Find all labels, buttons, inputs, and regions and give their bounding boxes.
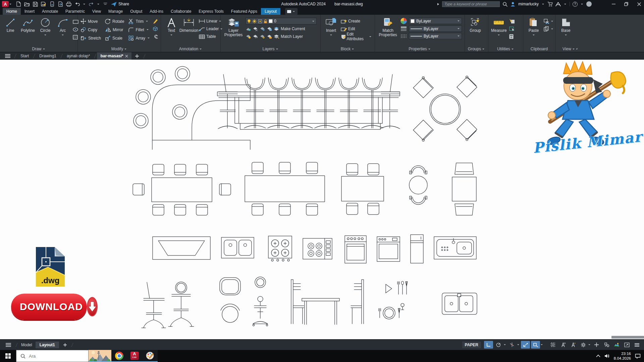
quick-calc-button[interactable] <box>509 33 515 40</box>
panel-clipboard-label[interactable]: Clipboard <box>523 47 555 51</box>
help-caret-icon[interactable] <box>581 4 583 6</box>
cad-block-armchair-plan[interactable] <box>220 278 240 322</box>
trim-button[interactable]: Trim <box>128 18 150 25</box>
array-button[interactable]: Array <box>128 35 150 42</box>
copy-button[interactable]: Copy <box>80 26 101 33</box>
file-tab-bar-masasi[interactable]: bar-masasi* <box>97 52 131 60</box>
cad-block-dishwasher-front[interactable] <box>377 237 400 261</box>
color-wheel-icon[interactable] <box>400 17 407 24</box>
taskbar-autocad-button[interactable]: ACAD <box>127 350 142 362</box>
new-tab-plus-icon[interactable] <box>135 54 139 58</box>
layout1-tab[interactable]: Layout1 <box>36 342 59 348</box>
panel-groups-label[interactable]: Groups <box>465 47 488 51</box>
user-caret-icon[interactable] <box>542 4 544 6</box>
text-button[interactable]: Text <box>164 17 179 37</box>
layer-isolate-icon[interactable] <box>258 19 262 23</box>
dynamic-input-caret-icon[interactable] <box>541 344 543 346</box>
cad-block-square-table-2-chairs[interactable] <box>452 163 476 215</box>
measure-button[interactable]: Measure <box>491 17 507 37</box>
open-file-button[interactable] <box>24 1 30 7</box>
tab-featured-apps[interactable]: Featured Apps <box>227 8 261 15</box>
circle-button[interactable]: Circle <box>38 17 53 37</box>
search-collapse-icon[interactable] <box>437 3 439 6</box>
layer-properties-button[interactable]: Layer Properties <box>223 17 244 37</box>
linetype-dropdown[interactable]: ByLayer <box>409 33 462 39</box>
taskbar-search-input[interactable] <box>29 354 72 359</box>
linetype-icon[interactable] <box>400 34 407 39</box>
start-button[interactable] <box>0 350 16 362</box>
help-button[interactable]: ? <box>573 2 578 7</box>
layer-snowflake-icon[interactable] <box>260 26 265 31</box>
layer-dropdown[interactable]: 0 <box>246 18 317 24</box>
osnap-tracking-toggle[interactable] <box>521 341 530 349</box>
layer-dropdown-caret-icon[interactable] <box>312 21 314 23</box>
tab-express-tools[interactable]: Express Tools <box>195 8 227 15</box>
paste-button[interactable]: Paste <box>526 17 541 37</box>
tab-home[interactable]: Home <box>3 8 21 15</box>
erase-button[interactable] <box>152 18 158 24</box>
layer-unlock-icon[interactable] <box>264 19 267 23</box>
layer-lock2-icon[interactable] <box>267 34 272 39</box>
cad-block-table-6-chairs[interactable] <box>245 162 325 215</box>
new-file-button[interactable] <box>15 1 21 7</box>
layer-color-swatch[interactable] <box>269 19 273 23</box>
base-button[interactable]: Base <box>558 17 574 37</box>
cad-block-hood-counter[interactable] <box>153 237 210 259</box>
stretch-button[interactable]: Stretch <box>80 35 101 42</box>
tab-annotate[interactable]: Annotate <box>38 8 62 15</box>
graphics-performance-button[interactable] <box>612 341 621 349</box>
polar-tracking-toggle[interactable] <box>507 341 517 349</box>
minimize-button[interactable] <box>608 0 619 8</box>
polar-caret-icon[interactable] <box>517 344 519 346</box>
arc-button[interactable]: Arc <box>55 17 70 37</box>
layer-walk-icon[interactable] <box>253 34 258 39</box>
layer-freeze-other-icon[interactable] <box>260 34 265 39</box>
volume-icon[interactable] <box>604 354 610 358</box>
lineweight-dropdown[interactable]: ByLayer <box>409 25 462 32</box>
panel-annotation-label[interactable]: Annotation <box>161 47 220 51</box>
dimension-button[interactable]: Dimension <box>181 17 197 33</box>
cad-block-gas-hob[interactable] <box>268 236 292 261</box>
panel-view-label[interactable]: View <box>555 47 586 51</box>
explode-button[interactable] <box>152 25 158 32</box>
edit-attributes-button[interactable]: Edit Attributes <box>341 33 372 40</box>
ribbon-display-toggle[interactable] <box>285 8 298 15</box>
panel-utilities-label[interactable]: Utilities <box>488 47 523 51</box>
undo-button[interactable] <box>74 1 80 7</box>
move-button[interactable]: Move <box>80 18 101 25</box>
insert-button[interactable]: Insert <box>323 17 339 37</box>
file-tab-start[interactable]: Start <box>17 52 32 60</box>
block-create-button[interactable]: Create <box>341 18 372 24</box>
table-button[interactable]: Table <box>199 33 223 40</box>
select-window-button[interactable] <box>509 25 515 32</box>
username[interactable]: mimarlucky <box>518 2 539 6</box>
measure-caret-icon[interactable] <box>498 35 500 37</box>
autoscale-annotation-toggle[interactable] <box>569 341 578 349</box>
cad-block-tall-cabinet[interactable] <box>411 235 423 263</box>
taskbar-search-box[interactable] <box>16 350 89 362</box>
snap-caret-icon[interactable] <box>504 344 506 346</box>
match-layer-button[interactable]: Match Layer <box>274 33 303 40</box>
redo-caret-icon[interactable] <box>97 4 99 6</box>
rotate-button[interactable]: Rotate <box>105 18 124 25</box>
restore-button[interactable] <box>621 0 631 8</box>
drawing-canvas[interactable]: Pislik Mimar .dwg DOWNLOAD <box>0 60 644 339</box>
fillet-button[interactable]: Fillet <box>128 26 150 33</box>
block-edit-button[interactable]: Edit <box>341 25 372 32</box>
customization-menu-button[interactable] <box>632 341 641 349</box>
close-tab-icon[interactable] <box>125 55 128 58</box>
print-button[interactable] <box>66 1 72 7</box>
quick-select-button[interactable] <box>509 18 515 24</box>
feedback-icon[interactable] <box>586 1 592 7</box>
tab-parametric[interactable]: Parametric <box>62 8 89 15</box>
tab-add-ins[interactable]: Add-ins <box>146 8 167 15</box>
plot-button[interactable] <box>49 1 55 7</box>
insert-caret-icon[interactable] <box>330 35 332 37</box>
annotation-monitor-plus[interactable] <box>592 341 601 349</box>
circle-caret-icon[interactable] <box>44 35 46 37</box>
news-interests-widget[interactable] <box>89 350 111 362</box>
dynamic-input-toggle[interactable] <box>531 341 540 349</box>
clean-screen-button[interactable] <box>622 341 631 349</box>
panel-block-label[interactable]: Block <box>321 47 375 51</box>
annotation-visibility-toggle[interactable] <box>558 341 568 349</box>
